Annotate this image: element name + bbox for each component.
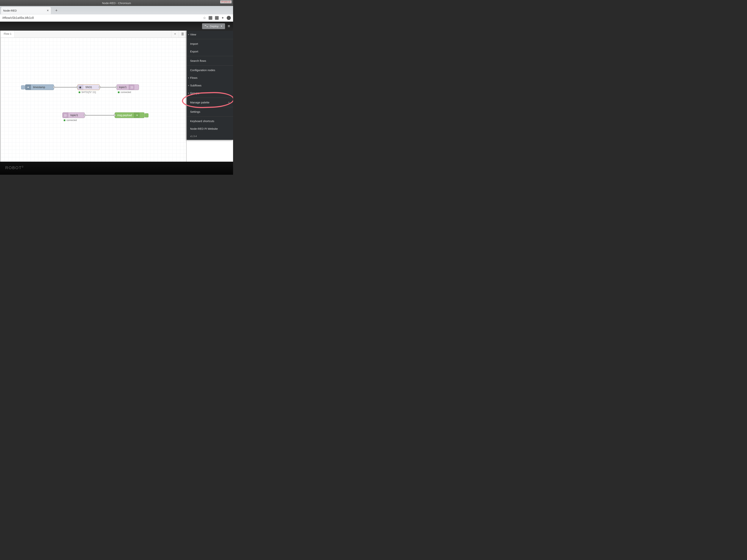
monitor-brand: ROBOT: [5, 165, 22, 170]
node-status: connected: [64, 119, 77, 122]
node-output-port[interactable]: [84, 114, 86, 116]
node-label: Sht31: [83, 86, 95, 89]
menu-manage-palette[interactable]: Manage palette ⎋: [187, 99, 233, 106]
menu-import[interactable]: Import: [187, 40, 233, 48]
browser-tabstrip: Node-RED × +: [0, 6, 233, 14]
wire: [53, 87, 77, 87]
inject-arrow-icon: ➔: [25, 85, 31, 90]
watermark-badge: DF创客社区: [220, 0, 232, 3]
menu-configuration-nodes[interactable]: Configuration nodes: [187, 66, 233, 74]
list-flows-button[interactable]: ≣: [179, 31, 186, 37]
main-menu-button[interactable]: ≡: [227, 24, 231, 29]
browser-tab-title: Node-RED: [3, 9, 17, 12]
node-label: timestamp: [31, 86, 47, 89]
debug-bars-icon: ≡: [134, 112, 140, 118]
profile-avatar-icon[interactable]: [227, 16, 231, 20]
menu-website[interactable]: Node-RED Pi Website: [187, 125, 233, 133]
node-debug[interactable]: msg.payload ≡: [115, 112, 145, 118]
nodered-header: Deploy ▼ ≡: [0, 22, 233, 31]
wire: [85, 115, 115, 115]
node-output-port[interactable]: [53, 86, 55, 88]
node-input-port[interactable]: [76, 86, 78, 88]
mqtt-receive-icon: ))): [62, 112, 68, 118]
node-status: SHT31[Tc°:21]: [79, 91, 96, 94]
menu-export[interactable]: Export: [187, 48, 233, 55]
node-inject[interactable]: ➔ timestamp: [25, 84, 54, 90]
node-input-port[interactable]: [115, 86, 118, 88]
canvas-area: Flow 1 + ≣ ➔ timestamp ▣ Sht31: [1, 31, 186, 172]
os-titlebar: Node-RED - Chromium: [0, 0, 233, 6]
main-menu: View Import Export Search flows Configur…: [187, 31, 233, 140]
node-sensor-sht31[interactable]: ▣ Sht31 SHT31[Tc°:21]: [77, 84, 100, 90]
node-input-port[interactable]: [114, 114, 115, 116]
flow-canvas[interactable]: ➔ timestamp ▣ Sht31 SHT31[Tc°:21] topic/…: [1, 38, 186, 168]
deploy-button[interactable]: Deploy ▼: [202, 23, 225, 29]
browser-chrome: Node-RED × + /#flow/c5b1a49a.bfb1c8 ☆ h …: [0, 6, 233, 22]
node-label: topic/1: [117, 86, 129, 89]
node-mqtt-out[interactable]: topic/1 ))) connected: [117, 84, 139, 90]
menu-keyboard-shortcuts[interactable]: Keyboard shortcuts: [187, 117, 233, 125]
menu-subflows[interactable]: Subflows: [187, 82, 233, 89]
deploy-icon: [205, 25, 208, 27]
debug-toggle-button[interactable]: [145, 113, 149, 117]
deploy-label: Deploy: [210, 25, 219, 28]
menu-search-flows[interactable]: Search flows: [187, 57, 233, 64]
address-bar[interactable]: /#flow/c5b1a49a.bfb1c8 ☆ h u ✦: [0, 14, 233, 22]
flow-tabs: Flow 1 + ≣: [1, 31, 186, 38]
workspace: Flow 1 + ≣ ➔ timestamp ▣ Sht31: [0, 31, 233, 172]
wire: [100, 87, 117, 87]
bookmark-star-icon[interactable]: ☆: [203, 16, 206, 20]
deploy-caret-icon[interactable]: ▼: [221, 25, 223, 27]
sensor-chip-icon: ▣: [77, 85, 83, 90]
node-label: topic/1: [68, 114, 80, 117]
node-mqtt-in[interactable]: ))) topic/1 connected: [62, 112, 85, 118]
extensions-puzzle-icon[interactable]: ✦: [221, 16, 224, 20]
flow-tab[interactable]: Flow 1: [1, 31, 15, 37]
browser-tab[interactable]: Node-RED ×: [1, 7, 51, 14]
node-status: connected: [118, 91, 131, 94]
new-tab-button[interactable]: +: [53, 7, 59, 14]
monitor-bezel: ROBOT®: [0, 162, 233, 175]
menu-flows[interactable]: Flows: [187, 74, 233, 82]
node-output-port[interactable]: [99, 86, 101, 88]
url-text: /#flow/c5b1a49a.bfb1c8: [2, 16, 203, 20]
mqtt-broadcast-icon: ))): [129, 85, 134, 90]
inject-trigger-button[interactable]: [21, 85, 25, 89]
addrbar-icons: ☆ h u ✦: [203, 16, 231, 20]
menu-view[interactable]: View: [187, 31, 233, 38]
ext-h-icon[interactable]: h: [209, 16, 212, 20]
tab-close-icon[interactable]: ×: [47, 8, 49, 12]
node-label: msg.payload: [115, 114, 134, 117]
external-icon: ⎋: [228, 101, 230, 104]
menu-groups[interactable]: Groups: [187, 89, 233, 97]
os-title: Node-RED - Chromium: [102, 1, 131, 5]
ext-u-icon[interactable]: u: [215, 16, 219, 20]
add-flow-button[interactable]: +: [171, 31, 179, 37]
menu-version: v1.3.4: [187, 133, 233, 140]
menu-settings[interactable]: Settings: [187, 108, 233, 115]
